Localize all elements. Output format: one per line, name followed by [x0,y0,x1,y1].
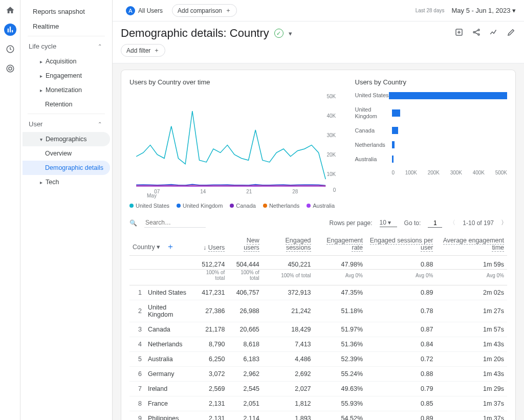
chevron-up-icon: ⌃ [98,121,102,127]
sidebar-acquisition[interactable]: ▸Acquisition [23,54,110,69]
sidebar-tech[interactable]: ▸Tech [23,175,110,189]
all-users-chip[interactable]: AAll Users [121,5,168,17]
caret-right-icon: ▸ [40,180,42,185]
line-chart: Users by Country over time 50K40K30K20K1… [129,78,343,209]
bar[interactable] [392,156,394,163]
bar-row: United Kingdom [355,106,508,120]
edit-icon[interactable] [507,28,516,39]
goto-label: Go to: [404,219,421,227]
search-input[interactable] [144,218,206,228]
search-icon: 🔍 [129,219,137,227]
legend-item[interactable]: Netherlands [263,203,299,209]
svg-text:21: 21 [246,189,252,194]
svg-point-1 [7,65,14,72]
table-row[interactable]: 9Philippines2,1312,1141,89354.52%0.891m … [129,411,507,421]
sidebar-lifecycle[interactable]: Life cycle⌃ [23,38,110,54]
main: AAll Users Add comparison＋ Last 28 days … [113,0,524,420]
legend-item[interactable]: Australia [307,203,335,209]
table-row[interactable]: 2United Kingdom27,38626,98821,24251.18%0… [129,300,507,322]
sidebar-realtime[interactable]: Realtime [23,19,110,34]
svg-point-6 [478,34,479,35]
bar-chart-title: Users by Country [355,78,508,86]
icon-rail [0,0,20,420]
caret-right-icon: ▸ [40,73,42,79]
legend-item[interactable]: United States [129,203,169,209]
add-filter-button[interactable]: Add filter＋ [121,44,165,57]
home-icon[interactable] [4,4,16,16]
add-dimension-icon[interactable]: ＋ [166,242,175,251]
svg-text:0: 0 [333,187,336,193]
table-row[interactable]: 8France2,1312,0511,81255.93%0.851m 37s [129,396,507,411]
column-header[interactable]: Engaged sessions per user [366,233,436,256]
svg-point-5 [478,29,479,31]
chevron-down-icon: ▾ [512,7,516,14]
action-icons [454,28,516,39]
line-chart-svg: 50K40K30K20K10K0 07142128 [129,92,343,194]
topbar: AAll Users Add comparison＋ Last 28 days … [113,0,524,21]
table-row[interactable]: 3Canada21,17820,66518,42951.97%0.871m 57… [129,322,507,337]
sidebar-overview[interactable]: Overview [23,146,110,161]
analytics-icon[interactable] [4,24,16,36]
bar[interactable] [392,141,395,148]
bar-row: Canada [355,127,508,134]
sidebar-engagement[interactable]: ▸Engagement [23,69,110,83]
column-header[interactable]: New users [228,233,262,256]
legend-item[interactable]: United Kingdom [177,203,223,209]
share-icon[interactable] [472,28,481,39]
country-header[interactable]: Country ▾ ＋ [129,233,193,256]
chevron-down-icon[interactable]: ▾ [289,30,292,37]
bar[interactable] [392,127,399,134]
svg-text:28: 28 [292,189,298,194]
prev-page-icon[interactable]: 〈 [449,218,455,227]
column-header[interactable]: Engagement rate [314,233,366,256]
titlebar: Demographic details: Country ✓ ▾ [113,21,524,42]
table-row[interactable]: 7Ireland2,5692,5452,02749.63%0.791m 29s [129,382,507,396]
bar-label: Canada [355,127,392,134]
sidebar-demographics[interactable]: ▾Demographics [23,132,110,146]
plus-icon: ＋ [225,6,231,15]
avatar-icon: A [126,6,135,15]
caret-down-icon: ▾ [40,137,42,142]
column-header[interactable]: Average engagement time [436,233,507,256]
bar[interactable] [389,92,507,99]
insights-icon[interactable] [489,28,498,39]
sidebar-user[interactable]: User⌃ [23,116,110,132]
date-label: Last 28 days [416,8,445,13]
goto-input[interactable] [428,218,442,228]
table-row[interactable]: 4Netherlands8,7908,6187,41351.36%0.841m … [129,337,507,352]
bar-row: Australia [355,156,508,163]
bar-row: Netherlands [355,141,508,148]
column-header[interactable]: Engaged sessions [263,233,314,256]
bar-label: United States [355,92,389,99]
table-row[interactable]: 1United States417,231406,757372,91347.35… [129,285,507,300]
sidebar-retention[interactable]: Retention [23,97,110,112]
table-tools: 🔍 Rows per page: 10 ▾ Go to: 〈 1-10 of 1… [129,216,507,233]
table-row[interactable]: 5Australia6,2506,1834,48652.39%0.721m 20… [129,352,507,367]
explore-icon[interactable] [4,43,16,55]
rows-per-page-select[interactable]: 10 ▾ [380,219,397,227]
bar[interactable] [392,109,400,117]
charts-card: Users by Country over time 50K40K30K20K1… [121,70,516,420]
customize-icon[interactable] [454,28,464,39]
rows-per-page-label: Rows per page: [330,219,373,227]
sidebar-demographic-details[interactable]: Demographic details [23,161,110,175]
bar-axis: 0100K200K300K400K500K [392,170,508,175]
add-comparison-button[interactable]: Add comparison＋ [172,4,237,17]
chart-legend: United StatesUnited KingdomCanadaNetherl… [129,203,343,209]
page-range: 1-10 of 197 [463,219,494,227]
next-page-icon[interactable]: 〉 [501,218,507,227]
bar-label: Netherlands [355,142,392,148]
svg-point-4 [473,32,475,33]
table-row[interactable]: 6Germany3,0722,9622,69255.24%0.881m 43s [129,367,507,382]
svg-point-2 [9,67,12,70]
page-title: Demographic details: Country [121,27,269,40]
target-icon[interactable] [4,62,16,75]
svg-text:14: 14 [200,189,206,194]
column-header[interactable]: ↓ Users [193,233,228,256]
verified-icon: ✓ [274,29,283,38]
legend-item[interactable]: Canada [230,203,256,209]
sidebar-reports-snapshot[interactable]: Reports snapshot [23,4,110,19]
data-table: Country ▾ ＋↓ UsersNew usersEngaged sessi… [129,233,507,420]
sidebar-monetization[interactable]: ▸Monetization [23,83,110,97]
date-range-picker[interactable]: May 5 - Jun 1, 2023 ▾ [451,7,516,14]
